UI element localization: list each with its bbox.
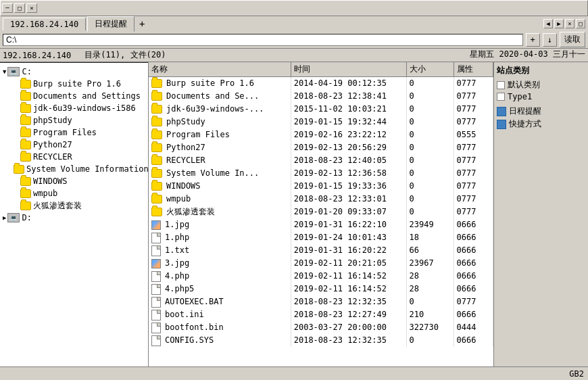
table-row[interactable]: 4.php 2019-02-11 16:14:52 28 0666	[149, 270, 493, 283]
table-row[interactable]: Python27 2019-02-13 20:56:29 0 0777	[149, 141, 493, 154]
cell-attr: 0666	[454, 244, 493, 257]
sidebar-title: 站点类别	[497, 65, 585, 76]
cell-time: 2019-02-13 12:36:58	[291, 167, 406, 180]
sidebar-category-item[interactable]: 默认类别	[497, 79, 585, 91]
table-row[interactable]: AUTOEXEC.BAT 2018-08-23 12:32:35 0 0777	[149, 295, 493, 308]
table-row[interactable]: 3.jpg 2019-02-11 20:21:05 23967 0666	[149, 257, 493, 270]
tree-item[interactable]: wmpub	[0, 187, 148, 199]
read-button[interactable]: 读取	[560, 32, 585, 47]
cell-name: RECYCLER	[149, 154, 291, 167]
minimize-button[interactable]: ─	[2, 3, 13, 13]
cell-time: 2015-11-02 10:03:21	[291, 103, 406, 116]
tree-label: phpStudy	[33, 115, 72, 126]
tree-item[interactable]: Python27	[0, 139, 148, 151]
tree-item[interactable]: Program Files	[0, 126, 148, 139]
path-input[interactable]	[3, 34, 523, 46]
sidebar-link-item[interactable]: 日程提醒	[497, 105, 585, 117]
tree-item[interactable]: RECYCLER	[0, 151, 148, 163]
tree-item[interactable]: ▶💻D:	[0, 212, 148, 224]
table-row[interactable]: System Volume In... 2019-02-13 12:36:58 …	[149, 167, 493, 180]
main-area: ▼💻C:Burp suite Pro 1.6Documents and Sett…	[0, 62, 588, 366]
table-row[interactable]: CONFIG.SYS 2018-08-23 12:32:35 0 0666	[149, 334, 493, 347]
date-display: 星期五 2020-04-03 三月十一	[470, 49, 585, 60]
tree-item[interactable]: System Volume Information	[0, 163, 148, 175]
link-icon	[497, 120, 506, 129]
cell-name: jdk-6u39-windows-...	[149, 103, 291, 116]
table-row[interactable]: 1.jpg 2019-01-31 16:22:10 23949 0666	[149, 218, 493, 231]
cell-time: 2003-03-27 20:00:00	[291, 321, 406, 334]
cell-time: 2018-08-23 12:32:35	[291, 295, 406, 308]
table-row[interactable]: 1.php 2019-01-24 10:01:43 18 0666	[149, 231, 493, 244]
col-attr[interactable]: 属性	[454, 62, 493, 77]
cell-size: 0	[406, 77, 454, 91]
cell-time: 2019-01-15 19:33:36	[291, 180, 406, 193]
table-row[interactable]: phpStudy 2019-01-15 19:32:44 0 0777	[149, 116, 493, 128]
table-row[interactable]: Documents and Se... 2018-08-23 12:38:41 …	[149, 90, 493, 103]
cell-time: 2018-08-23 12:27:49	[291, 308, 406, 321]
table-row[interactable]: Burp suite Pro 1.6 2014-04-19 00:12:35 0…	[149, 77, 493, 91]
tree-item[interactable]: phpStudy	[0, 114, 148, 126]
tab-add-button[interactable]: +	[136, 18, 148, 30]
cell-time: 2018-08-23 12:33:01	[291, 193, 406, 206]
table-row[interactable]: wmpub 2018-08-23 12:33:01 0 0777	[149, 193, 493, 206]
cell-attr: 0666	[454, 308, 493, 321]
table-row[interactable]: 火狐渗透套装 2019-01-20 09:33:07 0 0777	[149, 206, 493, 218]
cell-size: 0	[406, 193, 454, 206]
tab-nav-controls: ◀ ▶ × □	[543, 19, 585, 28]
sidebar-category-item[interactable]: Type1	[497, 92, 585, 101]
close-button[interactable]: ×	[26, 3, 37, 13]
tree-label: D:	[22, 212, 31, 223]
cell-size: 28	[406, 283, 454, 295]
checkbox[interactable]	[497, 81, 505, 89]
tree-item[interactable]: 火狐渗透套装	[0, 199, 148, 212]
tabs-row: 192.168.24.140 日程提醒 + ◀ ▶ × □	[0, 16, 588, 31]
tab-next-button[interactable]: ▶	[554, 19, 564, 28]
tree-item[interactable]: ▼💻C:	[0, 66, 148, 78]
table-row[interactable]: 1.txt 2019-01-31 16:20:22 66 0666	[149, 244, 493, 257]
tab-restore-button[interactable]: □	[576, 19, 585, 28]
cell-name: Documents and Se...	[149, 90, 291, 103]
upload-button[interactable]: +	[526, 33, 540, 47]
cell-time: 2019-01-20 09:33:07	[291, 206, 406, 218]
tree-item[interactable]: Documents and Settings	[0, 90, 148, 102]
cell-name: AUTOEXEC.BAT	[149, 295, 291, 308]
checkbox[interactable]	[497, 93, 505, 101]
cell-size: 0	[406, 103, 454, 116]
cell-time: 2019-01-31 16:20:22	[291, 244, 406, 257]
table-row[interactable]: boot.ini 2018-08-23 12:27:49 210 0666	[149, 308, 493, 321]
table-row[interactable]: jdk-6u39-windows-... 2015-11-02 10:03:21…	[149, 103, 493, 116]
restore-button[interactable]: □	[14, 3, 25, 13]
table-row[interactable]: RECYCLER 2018-08-23 12:40:05 0 0777	[149, 154, 493, 167]
left-tree-panel: ▼💻C:Burp suite Pro 1.6Documents and Sett…	[0, 62, 149, 366]
cell-name: CONFIG.SYS	[149, 334, 291, 347]
table-row[interactable]: Program Files 2019-02-16 23:22:12 0 0555	[149, 128, 493, 141]
cell-size: 0	[406, 128, 454, 141]
tree-label: Burp suite Pro 1.6	[33, 78, 121, 89]
download-button[interactable]: ↓	[543, 33, 557, 47]
table-row[interactable]: bootfont.bin 2003-03-27 20:00:00 322730 …	[149, 321, 493, 334]
cell-time: 2018-08-23 12:32:35	[291, 334, 406, 347]
cell-attr: 0777	[454, 206, 493, 218]
cell-attr: 0666	[454, 270, 493, 283]
tree-item[interactable]: WINDOWS	[0, 175, 148, 187]
cell-name: 4.php5	[149, 283, 291, 295]
right-file-panel: 名称 时间 大小 属性 Burp suite Pro 1.6 2014-04-1…	[149, 62, 493, 366]
tree-label: System Volume Information	[26, 164, 149, 174]
tree-item[interactable]: Burp suite Pro 1.6	[0, 78, 148, 90]
table-row[interactable]: WINDOWS 2019-01-15 19:33:36 0 0777	[149, 180, 493, 193]
tree-item[interactable]: jdk-6u39-windows-i586	[0, 102, 148, 114]
cell-time: 2014-04-19 00:12:35	[291, 77, 406, 91]
col-time[interactable]: 时间	[291, 62, 406, 77]
col-size[interactable]: 大小	[406, 62, 454, 77]
category-label: Type1	[508, 92, 532, 101]
sidebar-link-item[interactable]: 快捷方式	[497, 118, 585, 130]
right-sidebar: 站点类别 默认类别Type1 日程提醒快捷方式	[493, 62, 588, 366]
tab-remote[interactable]: 192.168.24.140	[3, 18, 86, 30]
tab-prev-button[interactable]: ◀	[543, 19, 553, 28]
tab-schedule[interactable]: 日程提醒	[87, 16, 134, 32]
cell-time: 2019-02-16 23:22:12	[291, 128, 406, 141]
table-row[interactable]: 4.php5 2019-02-11 16:14:52 28 0666	[149, 283, 493, 295]
tab-close-button[interactable]: ×	[565, 19, 574, 28]
col-name[interactable]: 名称	[149, 62, 291, 77]
cell-size: 18	[406, 231, 454, 244]
